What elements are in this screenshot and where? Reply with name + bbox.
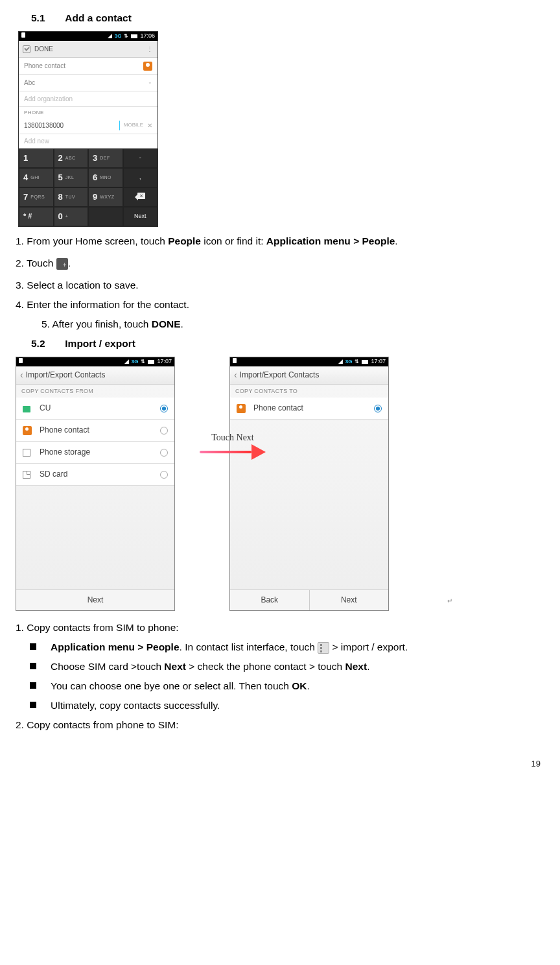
keypad-5[interactable]: 5JKL: [54, 168, 89, 187]
back-button[interactable]: Back: [230, 590, 309, 610]
keypad-empty: [88, 207, 123, 226]
radio-unchecked-icon[interactable]: [160, 471, 168, 479]
screen-title: Import/Export Contacts: [26, 369, 106, 381]
signal-icon: ◢: [108, 32, 112, 41]
status-bar: ◢ 3G ⇅ 17:07: [16, 357, 174, 366]
step-5: 5. After you finish, touch DONE.: [41, 316, 544, 332]
sim-icon: [23, 406, 30, 412]
person-icon: [237, 404, 246, 413]
name-input-row[interactable]: Abc ⌄: [19, 75, 158, 91]
keypad-dash[interactable]: -: [123, 149, 158, 168]
screenshot-import-from: ◢ 3G ⇅ 17:07 ‹ Import/Export Contacts CO…: [16, 357, 175, 611]
source-phone-storage[interactable]: Phone storage: [16, 442, 174, 464]
source-cu[interactable]: CU: [16, 398, 174, 420]
radio-unchecked-icon[interactable]: [160, 449, 168, 457]
phone-number-row[interactable]: 13800138000 MOBILE ✕: [19, 117, 158, 134]
source-phone-contact[interactable]: Phone contact: [16, 420, 174, 442]
radio-checked-icon[interactable]: [374, 405, 382, 412]
keypad-8[interactable]: 8TUV: [54, 187, 89, 207]
data-arrows-icon: ⇅: [124, 32, 128, 40]
bullet-square-icon: [30, 702, 36, 708]
keypad-7[interactable]: 7PQRS: [19, 187, 54, 207]
touch-next-arrow: Touch Next: [200, 431, 266, 457]
add-organization-row[interactable]: Add organization: [19, 91, 158, 107]
add-new-label: Add new: [24, 136, 49, 147]
contact-type-row[interactable]: Phone contact: [19, 58, 158, 75]
source-label: Phone contact: [40, 424, 89, 436]
keypad-next[interactable]: Next: [123, 207, 158, 226]
name-value: Abc: [24, 78, 35, 88]
keypad-0[interactable]: 0+: [54, 207, 89, 226]
next-button[interactable]: Next: [16, 590, 174, 610]
bullet-square-icon: [30, 682, 36, 689]
radio-unchecked-icon[interactable]: [160, 427, 168, 435]
add-new-row[interactable]: Add new: [19, 134, 158, 149]
bullet-item: Ultimately, copy contacts successfully.: [16, 698, 544, 713]
battery-icon: [362, 360, 368, 364]
network-indicator: 3G: [115, 32, 122, 40]
network-indicator: 3G: [132, 358, 139, 366]
menu-icon: [318, 642, 329, 654]
network-indicator: 3G: [345, 358, 353, 366]
done-bar[interactable]: DONE ⋮: [19, 41, 158, 58]
copy-to-label: COPY CONTACTS TO: [230, 385, 388, 398]
keypad-1[interactable]: 1: [19, 149, 54, 168]
keypad-6[interactable]: 6MNO: [88, 168, 123, 187]
section-number: 5.1: [31, 10, 62, 26]
overflow-menu-icon[interactable]: ⋮: [146, 44, 154, 54]
bullet-square-icon: [30, 643, 36, 650]
dest-phone-contact[interactable]: Phone contact: [230, 398, 388, 420]
keypad-comma[interactable]: ,: [123, 168, 158, 187]
screen-title-bar[interactable]: ‹ Import/Export Contacts: [230, 366, 388, 385]
check-icon: [23, 45, 30, 53]
step-3: 3. Select a location to save.: [16, 278, 544, 293]
keypad-3[interactable]: 3DEF: [88, 149, 123, 168]
phone-type-label[interactable]: MOBILE: [124, 121, 143, 129]
sim-signal-icon: [19, 358, 23, 363]
backspace-icon: [135, 194, 145, 200]
sd-card-icon: [23, 471, 30, 479]
paragraph-mark: ↵: [447, 596, 452, 606]
radio-checked-icon[interactable]: [160, 405, 168, 412]
empty-space: [16, 486, 174, 590]
keypad-2[interactable]: 2ABC: [54, 149, 89, 168]
arrow-label: Touch Next: [200, 431, 266, 445]
add-contact-icon: [56, 258, 68, 270]
section-number: 5.2: [31, 336, 62, 351]
next-button[interactable]: Next: [310, 590, 389, 610]
data-arrows-icon: ⇅: [355, 358, 359, 366]
status-bar: ◢ 3G ⇅ 17:07: [230, 357, 388, 366]
bullet-item: Application menu > People. In contact li…: [16, 639, 544, 655]
add-org-label: Add organization: [24, 94, 73, 104]
source-label: Phone storage: [40, 446, 90, 459]
keypad-4[interactable]: 4GHI: [19, 168, 54, 187]
signal-icon: ◢: [124, 357, 129, 366]
chevron-down-icon[interactable]: ⌄: [148, 78, 152, 86]
keypad-backspace[interactable]: [123, 187, 158, 207]
page-number: 19: [16, 757, 544, 770]
signal-icon: ◢: [338, 357, 343, 366]
source-sd-card[interactable]: SD card: [16, 464, 174, 486]
source-label: SD card: [40, 468, 67, 481]
step-2: 2. Copy contacts from phone to SIM:: [16, 717, 544, 733]
keypad-star-hash[interactable]: * #: [19, 207, 54, 226]
bullet-item: You can choose one bye one or select all…: [16, 678, 544, 694]
back-chevron-icon[interactable]: ‹: [234, 368, 237, 383]
bottom-bar: Next: [16, 590, 174, 610]
phone-number-value: 13800138000: [24, 121, 120, 131]
instructions-5-2: 1. Copy contacts from SIM to phone: Appl…: [16, 620, 544, 733]
screenshot-add-contact: ◢ 3G ⇅ 17:06 DONE ⋮ Phone contact Abc ⌄ …: [18, 31, 158, 227]
step-2: 2. Touch .: [16, 256, 544, 271]
clear-icon[interactable]: ✕: [147, 121, 152, 131]
step-4: 4. Enter the information for the contact…: [16, 297, 544, 313]
instructions-5-1: 1. From your Home screen, touch People i…: [16, 233, 544, 332]
contact-avatar-icon: [143, 62, 152, 71]
section-5-2-heading: 5.2 Import / export: [31, 336, 544, 351]
keypad-9[interactable]: 9WXYZ: [88, 187, 123, 207]
done-label: DONE: [34, 44, 53, 54]
screen-title-bar[interactable]: ‹ Import/Export Contacts: [16, 366, 174, 385]
battery-icon: [148, 360, 154, 364]
section-title: Add a contact: [65, 10, 131, 26]
back-chevron-icon[interactable]: ‹: [20, 368, 23, 383]
screenshots-5-2: ◢ 3G ⇅ 17:07 ‹ Import/Export Contacts CO…: [16, 357, 456, 611]
